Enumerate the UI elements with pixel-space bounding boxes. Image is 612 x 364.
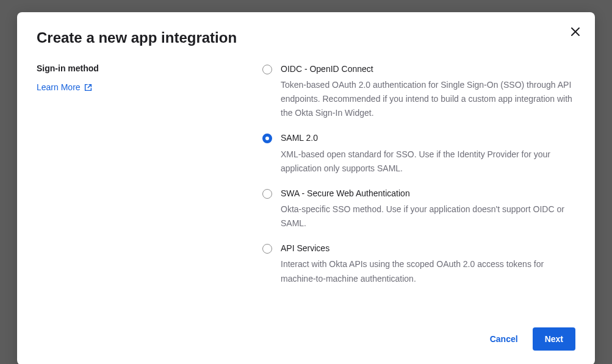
option-desc: Interact with Okta APIs using the scoped… [281, 257, 575, 285]
create-app-integration-modal: Create a new app integration Sign-in met… [17, 12, 595, 364]
option-text: OIDC - OpenID Connect Token-based OAuth … [281, 63, 575, 120]
radio-indicator [262, 134, 272, 143]
radio-indicator [262, 65, 272, 74]
radio-indicator [262, 244, 272, 254]
radio-option-api-services[interactable]: API Services Interact with Okta APIs usi… [262, 243, 575, 285]
option-text: API Services Interact with Okta APIs usi… [281, 243, 575, 285]
radio-option-saml[interactable]: SAML 2.0 XML-based open standard for SSO… [262, 132, 575, 175]
option-text: SAML 2.0 XML-based open standard for SSO… [281, 132, 575, 175]
option-title: API Services [281, 243, 575, 254]
option-title: SAML 2.0 [281, 132, 575, 143]
left-column: Sign-in method Learn More [37, 63, 250, 298]
svg-line-3 [87, 84, 91, 88]
modal-title: Create a new app integration [37, 29, 575, 46]
option-desc: Token-based OAuth 2.0 authentication for… [281, 78, 575, 120]
radio-option-oidc[interactable]: OIDC - OpenID Connect Token-based OAuth … [262, 63, 575, 120]
modal-content: Sign-in method Learn More OIDC - OpenID … [37, 63, 575, 298]
option-title: SWA - Secure Web Authentication [281, 188, 575, 199]
modal-footer: Cancel Next [37, 327, 575, 351]
option-desc: XML-based open standard for SSO. Use if … [281, 148, 575, 176]
close-button[interactable] [567, 23, 584, 40]
section-label: Sign-in method [37, 63, 250, 73]
option-title: OIDC - OpenID Connect [281, 63, 575, 74]
radio-option-swa[interactable]: SWA - Secure Web Authentication Okta-spe… [262, 188, 575, 230]
radio-indicator [262, 189, 272, 199]
option-text: SWA - Secure Web Authentication Okta-spe… [281, 188, 575, 230]
options-column: OIDC - OpenID Connect Token-based OAuth … [262, 63, 575, 298]
learn-more-text: Learn More [37, 82, 81, 92]
cancel-button[interactable]: Cancel [490, 334, 518, 344]
external-link-icon [84, 84, 92, 91]
next-button[interactable]: Next [533, 327, 575, 351]
close-icon [571, 27, 580, 37]
learn-more-link[interactable]: Learn More [37, 82, 92, 92]
option-desc: Okta-specific SSO method. Use if your ap… [281, 202, 575, 230]
